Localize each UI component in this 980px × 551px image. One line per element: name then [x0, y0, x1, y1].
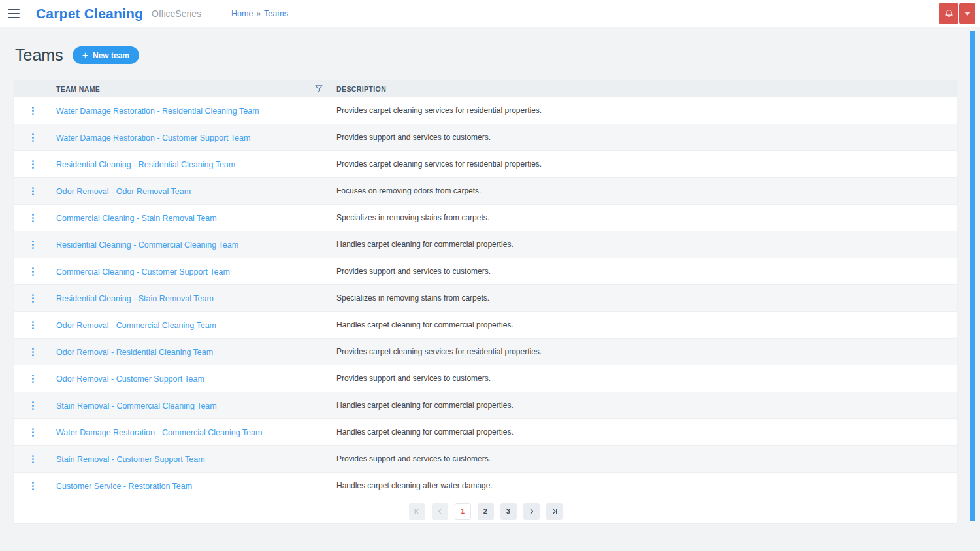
column-header-team-name: TEAM NAME: [52, 80, 331, 97]
column-header-description: DESCRIPTION: [331, 80, 957, 97]
team-name-link[interactable]: Water Damage Restoration - Customer Supp…: [56, 133, 250, 142]
kebab-menu-icon[interactable]: [29, 211, 37, 225]
row-actions-cell: [14, 124, 52, 150]
team-description: Handles carpet cleaning for commercial p…: [331, 231, 957, 258]
page-number-buttons: 123: [455, 503, 517, 520]
kebab-menu-icon[interactable]: [29, 184, 37, 198]
team-name-cell: Odor Removal - Odor Removal Team: [52, 185, 331, 197]
table-row: Odor Removal - Customer Support Team Pro…: [14, 365, 957, 392]
team-description: Provides carpet cleaning services for re…: [331, 97, 957, 124]
team-name-cell: Water Damage Restoration - Customer Supp…: [52, 131, 331, 143]
team-name-link[interactable]: Odor Removal - Customer Support Team: [56, 375, 204, 384]
table-row: Water Damage Restoration - Commercial Cl…: [14, 419, 957, 446]
team-name-link[interactable]: Water Damage Restoration - Residential C…: [56, 107, 259, 116]
suite-label: OfficeSeries: [152, 8, 201, 19]
team-name-link[interactable]: Commercial Cleaning - Customer Support T…: [56, 267, 230, 276]
next-page-icon: [528, 508, 535, 515]
kebab-menu-icon[interactable]: [29, 131, 37, 144]
filter-button[interactable]: [314, 84, 324, 93]
team-name-link[interactable]: Customer Service - Restoration Team: [56, 482, 192, 491]
team-name-cell: Customer Service - Restoration Team: [52, 480, 331, 492]
breadcrumb-current-link[interactable]: Teams: [264, 9, 288, 18]
kebab-menu-icon[interactable]: [29, 372, 37, 386]
page-title: Teams: [15, 46, 63, 65]
team-name-link[interactable]: Water Damage Restoration - Commercial Cl…: [56, 428, 262, 437]
bell-icon: [943, 8, 955, 20]
breadcrumb-home-link[interactable]: Home: [231, 9, 253, 18]
team-name-cell: Odor Removal - Residential Cleaning Team: [52, 346, 331, 358]
table-row: Residential Cleaning - Residential Clean…: [14, 151, 957, 178]
scrollbar-thumb[interactable]: [970, 31, 975, 521]
breadcrumb: Home » Teams: [231, 9, 288, 18]
table-body: Water Damage Restoration - Residential C…: [14, 97, 957, 499]
topbar-actions: [939, 3, 975, 24]
row-actions-cell: [14, 231, 52, 258]
menu-icon[interactable]: [8, 9, 20, 18]
user-menu-button[interactable]: [959, 3, 975, 24]
kebab-menu-icon[interactable]: [29, 479, 37, 493]
table-row: Commercial Cleaning - Stain Removal Team…: [14, 205, 957, 231]
team-name-link[interactable]: Residential Cleaning - Commercial Cleani…: [56, 241, 238, 250]
teams-table: TEAM NAME DESCRIPTION Water Damage Resto…: [14, 80, 957, 523]
first-page-icon: [414, 508, 421, 515]
team-name-cell: Commercial Cleaning - Stain Removal Team: [52, 212, 331, 224]
kebab-menu-icon[interactable]: [29, 345, 37, 359]
team-description: Provides support and services to custome…: [331, 446, 957, 472]
last-page-button[interactable]: [546, 503, 563, 520]
row-actions-cell: [14, 392, 52, 418]
team-name-link[interactable]: Odor Removal - Residential Cleaning Team: [56, 348, 213, 357]
table-header-row: TEAM NAME DESCRIPTION: [14, 80, 957, 97]
new-team-button[interactable]: + New team: [73, 46, 139, 64]
table-row: Stain Removal - Commercial Cleaning Team…: [14, 392, 957, 419]
table-row: Residential Cleaning - Stain Removal Tea…: [14, 285, 957, 312]
table-row: Stain Removal - Customer Support Team Pr…: [14, 446, 957, 473]
team-name-cell: Residential Cleaning - Stain Removal Tea…: [52, 292, 331, 304]
team-name-link[interactable]: Commercial Cleaning - Stain Removal Team: [56, 214, 217, 223]
team-name-link[interactable]: Residential Cleaning - Residential Clean…: [56, 160, 235, 169]
kebab-menu-icon[interactable]: [29, 158, 37, 171]
team-description: Provides carpet cleaning services for re…: [331, 339, 957, 365]
team-name-cell: Water Damage Restoration - Commercial Cl…: [52, 426, 331, 438]
row-actions-cell: [14, 312, 52, 338]
team-description: Handles carpet cleaning for commercial p…: [331, 312, 957, 338]
kebab-menu-icon[interactable]: [29, 399, 37, 412]
table-row: Water Damage Restoration - Customer Supp…: [14, 124, 957, 151]
prev-page-button[interactable]: [432, 503, 448, 520]
page-button-1[interactable]: 1: [455, 503, 471, 520]
kebab-menu-icon[interactable]: [29, 238, 37, 252]
team-description: Provides support and services to custome…: [331, 365, 957, 392]
team-description: Provides support and services to custome…: [331, 258, 957, 284]
page-button-3[interactable]: 3: [500, 503, 517, 520]
team-name-link[interactable]: Stain Removal - Commercial Cleaning Team: [56, 401, 217, 410]
row-actions-cell: [14, 365, 52, 392]
first-page-button[interactable]: [409, 503, 425, 520]
row-actions-cell: [14, 97, 52, 124]
kebab-menu-icon[interactable]: [29, 318, 37, 332]
team-name-link[interactable]: Odor Removal - Commercial Cleaning Team: [56, 321, 216, 330]
row-actions-cell: [14, 446, 52, 472]
team-name-cell: Odor Removal - Customer Support Team: [52, 373, 331, 384]
table-row: Residential Cleaning - Commercial Cleani…: [14, 231, 957, 258]
team-name-cell: Water Damage Restoration - Residential C…: [52, 105, 331, 116]
new-team-button-label: New team: [93, 51, 129, 60]
main-content: Teams + New team TEAM NAME DESCRIPTION: [0, 46, 980, 523]
team-description: Handles carpet cleaning for commercial p…: [331, 419, 957, 445]
kebab-menu-icon[interactable]: [29, 104, 37, 118]
team-name-link[interactable]: Odor Removal - Odor Removal Team: [56, 187, 191, 196]
team-description: Handles carpet cleaning for commercial p…: [331, 392, 957, 418]
notifications-button[interactable]: [939, 3, 958, 24]
row-actions-cell: [14, 473, 52, 499]
kebab-menu-icon[interactable]: [29, 452, 37, 466]
kebab-menu-icon[interactable]: [29, 265, 37, 278]
kebab-menu-icon[interactable]: [29, 292, 37, 305]
kebab-menu-icon[interactable]: [29, 426, 37, 439]
team-description: Focuses on removing odors from carpets.: [331, 178, 957, 204]
last-page-icon: [551, 508, 558, 515]
page-button-2[interactable]: 2: [478, 503, 494, 520]
team-description: Provides support and services to custome…: [331, 124, 957, 150]
team-name-link[interactable]: Residential Cleaning - Stain Removal Tea…: [56, 294, 214, 303]
team-name-link[interactable]: Stain Removal - Customer Support Team: [56, 455, 205, 464]
table-row: Odor Removal - Commercial Cleaning Team …: [14, 312, 957, 339]
team-description: Provides carpet cleaning services for re…: [331, 151, 957, 177]
next-page-button[interactable]: [523, 503, 540, 520]
